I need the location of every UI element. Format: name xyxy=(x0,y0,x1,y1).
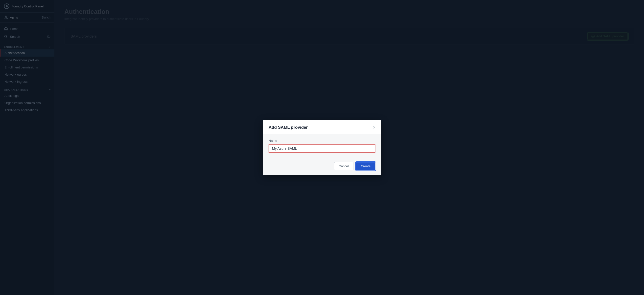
modal-body: Name xyxy=(263,134,381,159)
modal-footer: Cancel Create xyxy=(263,159,381,175)
cancel-button[interactable]: Cancel xyxy=(334,162,354,170)
modal-close-button[interactable]: × xyxy=(373,125,376,130)
modal-backdrop: Add SAML provider × Name Cancel Create xyxy=(0,0,644,295)
modal-title: Add SAML provider xyxy=(268,125,308,130)
modal-header: Add SAML provider × xyxy=(263,120,381,134)
name-input[interactable] xyxy=(268,144,376,153)
name-field-label: Name xyxy=(268,139,376,143)
create-button[interactable]: Create xyxy=(356,162,376,170)
add-saml-modal: Add SAML provider × Name Cancel Create xyxy=(263,120,381,175)
